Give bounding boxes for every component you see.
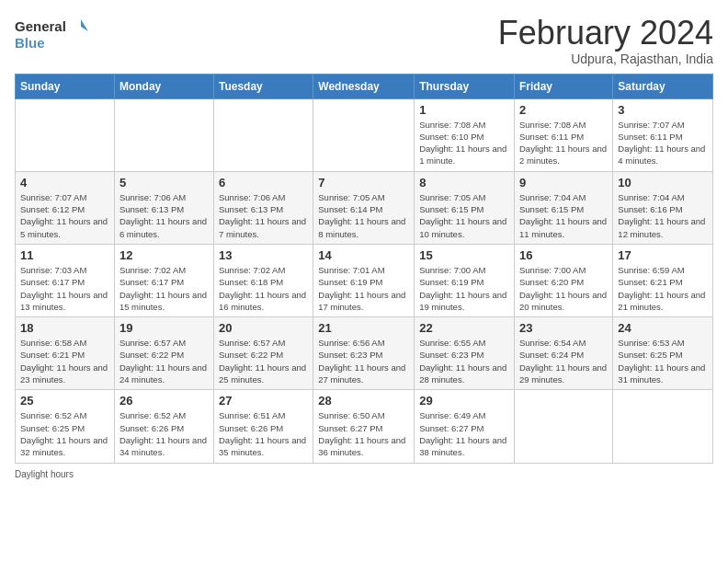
header: General Blue February 2024 Udpura, Rajas… <box>15 15 713 66</box>
calendar-cell <box>213 98 313 171</box>
calendar-cell: 21Sunrise: 6:56 AM Sunset: 6:23 PM Dayli… <box>313 317 415 390</box>
calendar-day-header: Saturday <box>613 74 713 98</box>
day-number: 26 <box>119 394 209 408</box>
daylight-label: Daylight hours <box>15 469 74 479</box>
calendar-cell: 16Sunrise: 7:00 AM Sunset: 6:20 PM Dayli… <box>515 244 613 316</box>
calendar-cell: 2Sunrise: 7:08 AM Sunset: 6:11 PM Daylig… <box>515 98 613 171</box>
day-info: Sunrise: 7:03 AM Sunset: 6:17 PM Dayligh… <box>20 264 109 313</box>
calendar-body: 1Sunrise: 7:08 AM Sunset: 6:10 PM Daylig… <box>16 98 713 463</box>
day-number: 13 <box>219 248 308 262</box>
day-info: Sunrise: 6:57 AM Sunset: 6:22 PM Dayligh… <box>119 337 209 385</box>
day-info: Sunrise: 6:56 AM Sunset: 6:23 PM Dayligh… <box>318 337 409 385</box>
day-number: 29 <box>419 394 509 408</box>
day-info: Sunrise: 7:07 AM Sunset: 6:12 PM Dayligh… <box>20 191 109 240</box>
calendar-cell: 1Sunrise: 7:08 AM Sunset: 6:10 PM Daylig… <box>415 98 515 171</box>
day-info: Sunrise: 6:52 AM Sunset: 6:26 PM Dayligh… <box>119 409 209 458</box>
calendar-week-row: 18Sunrise: 6:58 AM Sunset: 6:21 PM Dayli… <box>16 317 713 390</box>
day-number: 20 <box>219 321 308 335</box>
calendar-cell: 6Sunrise: 7:06 AM Sunset: 6:13 PM Daylig… <box>213 171 313 244</box>
day-info: Sunrise: 7:04 AM Sunset: 6:16 PM Dayligh… <box>618 191 708 240</box>
day-info: Sunrise: 7:00 AM Sunset: 6:20 PM Dayligh… <box>519 264 608 313</box>
day-info: Sunrise: 7:01 AM Sunset: 6:19 PM Dayligh… <box>318 264 409 313</box>
calendar-cell: 25Sunrise: 6:52 AM Sunset: 6:25 PM Dayli… <box>16 390 115 463</box>
calendar-cell <box>16 98 115 171</box>
day-info: Sunrise: 6:53 AM Sunset: 6:25 PM Dayligh… <box>618 337 708 385</box>
day-number: 14 <box>318 248 409 262</box>
calendar-cell: 23Sunrise: 6:54 AM Sunset: 6:24 PM Dayli… <box>515 317 613 390</box>
calendar-day-header: Thursday <box>415 74 515 98</box>
calendar-cell: 13Sunrise: 7:02 AM Sunset: 6:18 PM Dayli… <box>213 244 313 316</box>
calendar-week-row: 25Sunrise: 6:52 AM Sunset: 6:25 PM Dayli… <box>16 390 713 463</box>
calendar-cell: 11Sunrise: 7:03 AM Sunset: 6:17 PM Dayli… <box>16 244 115 316</box>
calendar-cell: 10Sunrise: 7:04 AM Sunset: 6:16 PM Dayli… <box>613 171 713 244</box>
day-number: 18 <box>20 321 109 335</box>
calendar-cell: 14Sunrise: 7:01 AM Sunset: 6:19 PM Dayli… <box>313 244 415 316</box>
day-info: Sunrise: 6:54 AM Sunset: 6:24 PM Dayligh… <box>519 337 608 385</box>
day-number: 10 <box>618 176 708 190</box>
location-subtitle: Udpura, Rajasthan, India <box>498 52 713 66</box>
logo: General Blue <box>15 15 88 55</box>
calendar-cell: 24Sunrise: 6:53 AM Sunset: 6:25 PM Dayli… <box>613 317 713 390</box>
calendar-week-row: 11Sunrise: 7:03 AM Sunset: 6:17 PM Dayli… <box>16 244 713 316</box>
day-info: Sunrise: 6:52 AM Sunset: 6:25 PM Dayligh… <box>20 409 109 458</box>
calendar-cell <box>114 98 213 171</box>
day-number: 17 <box>618 248 708 262</box>
calendar-cell <box>515 390 613 463</box>
calendar-day-header: Sunday <box>16 74 115 98</box>
calendar-cell: 5Sunrise: 7:06 AM Sunset: 6:13 PM Daylig… <box>114 171 213 244</box>
day-info: Sunrise: 7:05 AM Sunset: 6:15 PM Dayligh… <box>419 191 509 240</box>
calendar-cell: 12Sunrise: 7:02 AM Sunset: 6:17 PM Dayli… <box>114 244 213 316</box>
svg-text:Blue: Blue <box>15 35 45 51</box>
calendar-cell: 18Sunrise: 6:58 AM Sunset: 6:21 PM Dayli… <box>16 317 115 390</box>
calendar-cell: 3Sunrise: 7:07 AM Sunset: 6:11 PM Daylig… <box>613 98 713 171</box>
day-number: 11 <box>20 248 109 262</box>
day-number: 9 <box>519 176 608 190</box>
day-info: Sunrise: 6:50 AM Sunset: 6:27 PM Dayligh… <box>318 409 409 458</box>
calendar-cell: 15Sunrise: 7:00 AM Sunset: 6:19 PM Dayli… <box>415 244 515 316</box>
calendar-cell: 4Sunrise: 7:07 AM Sunset: 6:12 PM Daylig… <box>16 171 115 244</box>
day-number: 8 <box>419 176 509 190</box>
day-info: Sunrise: 6:57 AM Sunset: 6:22 PM Dayligh… <box>219 337 308 385</box>
day-number: 4 <box>20 176 109 190</box>
calendar-week-row: 4Sunrise: 7:07 AM Sunset: 6:12 PM Daylig… <box>16 171 713 244</box>
day-info: Sunrise: 6:49 AM Sunset: 6:27 PM Dayligh… <box>419 409 509 458</box>
day-number: 7 <box>318 176 409 190</box>
footer: Daylight hours <box>15 469 713 479</box>
day-info: Sunrise: 7:08 AM Sunset: 6:11 PM Dayligh… <box>519 119 608 167</box>
calendar-day-header: Monday <box>114 74 213 98</box>
day-number: 2 <box>519 103 608 117</box>
day-number: 27 <box>219 394 308 408</box>
day-info: Sunrise: 7:08 AM Sunset: 6:10 PM Dayligh… <box>419 119 509 167</box>
calendar-week-row: 1Sunrise: 7:08 AM Sunset: 6:10 PM Daylig… <box>16 98 713 171</box>
calendar-day-header: Friday <box>515 74 613 98</box>
day-info: Sunrise: 7:05 AM Sunset: 6:14 PM Dayligh… <box>318 191 409 240</box>
calendar-cell: 19Sunrise: 6:57 AM Sunset: 6:22 PM Dayli… <box>114 317 213 390</box>
day-info: Sunrise: 6:55 AM Sunset: 6:23 PM Dayligh… <box>419 337 509 385</box>
day-info: Sunrise: 7:02 AM Sunset: 6:17 PM Dayligh… <box>119 264 209 313</box>
day-number: 25 <box>20 394 109 408</box>
day-number: 19 <box>119 321 209 335</box>
day-info: Sunrise: 6:51 AM Sunset: 6:26 PM Dayligh… <box>219 409 308 458</box>
day-number: 12 <box>119 248 209 262</box>
calendar-cell: 17Sunrise: 6:59 AM Sunset: 6:21 PM Dayli… <box>613 244 713 316</box>
calendar-cell <box>313 98 415 171</box>
day-number: 28 <box>318 394 409 408</box>
title-area: February 2024 Udpura, Rajasthan, India <box>498 15 713 66</box>
day-number: 23 <box>519 321 608 335</box>
calendar-cell: 29Sunrise: 6:49 AM Sunset: 6:27 PM Dayli… <box>415 390 515 463</box>
calendar-cell: 28Sunrise: 6:50 AM Sunset: 6:27 PM Dayli… <box>313 390 415 463</box>
day-number: 1 <box>419 103 509 117</box>
day-number: 16 <box>519 248 608 262</box>
calendar-header-row: SundayMondayTuesdayWednesdayThursdayFrid… <box>16 74 713 98</box>
day-number: 5 <box>119 176 209 190</box>
svg-marker-2 <box>81 19 88 31</box>
day-info: Sunrise: 7:07 AM Sunset: 6:11 PM Dayligh… <box>618 119 708 167</box>
calendar-cell: 9Sunrise: 7:04 AM Sunset: 6:15 PM Daylig… <box>515 171 613 244</box>
calendar-cell: 22Sunrise: 6:55 AM Sunset: 6:23 PM Dayli… <box>415 317 515 390</box>
calendar-cell: 7Sunrise: 7:05 AM Sunset: 6:14 PM Daylig… <box>313 171 415 244</box>
day-info: Sunrise: 6:58 AM Sunset: 6:21 PM Dayligh… <box>20 337 109 385</box>
day-info: Sunrise: 7:06 AM Sunset: 6:13 PM Dayligh… <box>219 191 308 240</box>
svg-text:General: General <box>15 18 66 34</box>
day-number: 22 <box>419 321 509 335</box>
day-number: 3 <box>618 103 708 117</box>
